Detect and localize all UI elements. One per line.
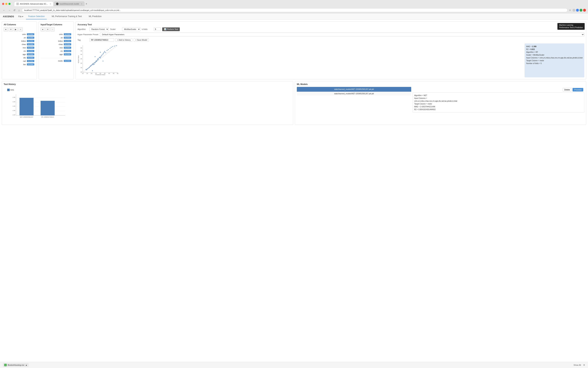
col-tag: Number	[64, 53, 71, 55]
svg-point-38	[95, 62, 96, 63]
stats-folds: Number of folds = 5	[526, 62, 583, 65]
col-name: rad	[23, 60, 26, 62]
ext-icon-3[interactable]	[579, 9, 582, 12]
svg-text:NET-1559052581267: NET-1559052581267	[20, 116, 33, 118]
reload-button[interactable]: ↺	[13, 9, 16, 12]
col-btn-add[interactable]: +	[18, 27, 23, 31]
perform-icon: 📊	[164, 28, 167, 30]
list-item: zn Number	[41, 36, 72, 39]
maximize-traffic-light[interactable]	[9, 3, 10, 5]
address-bar[interactable]: localhost:7777/ml_analysis?path_to_data=…	[22, 8, 568, 12]
svg-text:Actual Value: Actual Value	[78, 55, 79, 63]
proceed-button[interactable]: Proceed	[572, 88, 583, 92]
col-btn-next[interactable]: ▶	[14, 27, 18, 31]
nav-tab-ml-performance[interactable]: ML Performance Training & Test	[50, 14, 84, 19]
file-menu[interactable]: File ▾	[18, 15, 23, 18]
list-item: age Number	[41, 53, 72, 56]
svg-point-66	[103, 61, 104, 62]
col-btn-circle[interactable]: ●	[4, 27, 8, 31]
close-bar-button[interactable]: ✕	[583, 364, 585, 366]
save-model-button[interactable]: + Save Model	[134, 38, 149, 42]
preset-row: Hyper Parameter Preset Default Hyper Par…	[78, 33, 584, 37]
svg-point-30	[92, 64, 92, 65]
tab-close-github[interactable]: ✕	[81, 3, 82, 5]
browser-addressbar: ← → ↺ ⌂ localhost:7777/ml_analysis?path_…	[0, 8, 588, 13]
kfolds-input[interactable]	[154, 28, 161, 31]
svg-text:20: 20	[80, 63, 82, 64]
list-item: rm Number	[4, 50, 35, 52]
svg-text:2.40: 2.40	[12, 101, 15, 102]
svg-text:40: 40	[108, 73, 110, 74]
preset-select[interactable]: Default Hyper Parameters	[100, 33, 584, 37]
input-btn-minus[interactable]: −	[50, 27, 55, 31]
col-name: rm	[24, 50, 26, 52]
app-container: ASCENDS File ▾ Feature Selection ML Perf…	[0, 13, 588, 367]
col-name: dis	[23, 57, 26, 59]
back-button[interactable]: ←	[2, 9, 6, 12]
list-item: tax Number	[4, 63, 35, 66]
input-btn-circle[interactable]: ●	[41, 27, 45, 31]
svg-text:RF-1559052746913: RF-1559052746913	[41, 116, 54, 118]
tab-github[interactable]: ⬡ liza183/ascends-toolkit ✕	[54, 1, 85, 6]
col-tag: Number	[64, 37, 71, 39]
preset-label: Hyper Parameter Preset	[78, 33, 98, 36]
app-logo: ASCENDS	[3, 15, 14, 18]
home-button[interactable]: ⌂	[18, 9, 20, 12]
ml-models-panel: ML Models static/learned_models/NET-1559…	[295, 81, 586, 125]
algorithm-select[interactable]: Random Forest	[89, 27, 109, 31]
stats-box: MAE = 2.388 R2 = 0.821 Algorithm = RF Sc…	[525, 44, 584, 77]
input-btn-close[interactable]: ✕	[45, 27, 50, 31]
svg-text:2.45: 2.45	[12, 97, 15, 98]
svg-point-48	[100, 57, 101, 58]
minimize-traffic-light[interactable]	[5, 3, 7, 5]
show-all-button[interactable]: Show All	[574, 364, 581, 366]
ext-icon-1[interactable]	[572, 9, 575, 12]
svg-text:20: 20	[91, 73, 92, 74]
list-item: nox Number	[41, 46, 72, 49]
col-name: crim	[22, 33, 26, 35]
new-tab-button[interactable]: +	[86, 2, 87, 5]
nav-tab-ml-prediction[interactable]: ML Prediction	[87, 14, 104, 19]
bookmark-icon[interactable]: ☆	[569, 9, 572, 12]
all-columns-panel: All Columns ● ✕ ▶ + crim Number zn Numbe…	[2, 21, 37, 79]
col-btn-close[interactable]: ✕	[9, 27, 13, 31]
svg-point-35	[94, 64, 95, 65]
tag-input[interactable]	[89, 38, 114, 42]
close-traffic-light[interactable]	[2, 3, 4, 5]
col-tag: Number	[27, 57, 34, 59]
stats-mae: MAE = 2.388	[526, 45, 583, 48]
collapse-icon[interactable]: ▲	[25, 364, 27, 366]
browser-toolbar-icons: ☆	[569, 9, 586, 12]
forward-button[interactable]: →	[7, 9, 11, 12]
svg-text:2.35: 2.35	[12, 105, 15, 107]
svg-text:2.30: 2.30	[12, 110, 15, 111]
svg-text:50: 50	[117, 73, 118, 74]
detail-input-label: Input Columns =	[414, 97, 583, 100]
ml-models-content: static/learned_models/NET-1559052581267.…	[297, 87, 584, 113]
bar-chart-svg: 2.25 2.30 2.35 2.40 2.45 NET-15590525812…	[7, 92, 67, 121]
list-item: dis Number	[4, 56, 35, 59]
col-name: chas	[59, 43, 63, 45]
add-to-history-button[interactable]: + Add to History	[115, 38, 132, 42]
algorithm-label: Algorithm	[78, 28, 88, 30]
ext-icon-2[interactable]	[576, 9, 579, 12]
delete-button[interactable]: Delete	[563, 88, 571, 92]
accuracy-test-title: Accuracy Test	[78, 23, 584, 26]
stats-r2: R2 = 0.821	[526, 48, 583, 51]
nav-tab-feature-selection[interactable]: Feature Selection	[26, 14, 47, 19]
tab-close-ascends[interactable]: ✕	[50, 3, 51, 5]
svg-point-33	[93, 64, 94, 65]
col-tag: Number	[27, 37, 34, 39]
svg-point-23	[87, 69, 88, 69]
target-column-item: medv Number	[41, 59, 72, 62]
bottom-row: Test History MAE 2.25 2.30 2.35 2.40 2.4	[0, 81, 588, 127]
tab-favicon-ascends	[16, 3, 19, 5]
col-name: chas	[22, 43, 26, 45]
scaler-select[interactable]: MinMaxScaler	[122, 27, 140, 31]
col-tag: Number	[64, 47, 71, 49]
ext-icon-4[interactable]	[583, 9, 586, 12]
perform-test-button[interactable]: 📊 Perform Test	[162, 28, 180, 31]
tab-ascends[interactable]: ASCENDS: Advanced data SC... ✕	[14, 1, 53, 6]
svg-text:35: 35	[80, 50, 82, 52]
stats-algorithm: Algorithm = RF	[526, 51, 583, 54]
